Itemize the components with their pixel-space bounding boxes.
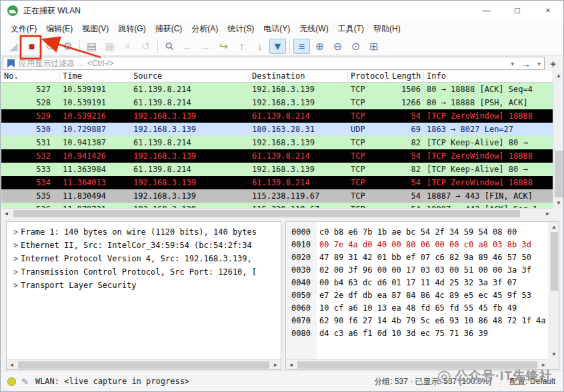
- expand-arrow-icon[interactable]: >: [11, 225, 21, 239]
- hex-line[interactable]: 0000c0 b8 e6 7b 1b ae bc 54 2f 34 59 54 …: [291, 226, 549, 239]
- hex-line[interactable]: 004000 b4 63 dc d6 01 17 11 4d 25 32 3a …: [291, 277, 549, 289]
- zoom-out-button[interactable]: ⊖: [329, 39, 346, 54]
- hex-line[interactable]: 003002 00 3f 96 00 00 17 03 03 00 51 00 …: [291, 264, 549, 277]
- hex-line[interactable]: 0080d4 c3 a6 f1 0d 10 3d ec 75 71 36 39: [291, 327, 549, 340]
- packet-list-vscroll-thumb[interactable]: [555, 151, 563, 197]
- menu-item-edit[interactable]: 编辑(E): [41, 21, 77, 37]
- go-last-packet-button[interactable]: ↓: [251, 39, 268, 54]
- scroll-right-icon[interactable]: ►: [271, 362, 281, 368]
- column-header-length[interactable]: Length: [389, 71, 424, 82]
- stop-capture-button[interactable]: ■: [23, 39, 40, 54]
- scroll-left-icon[interactable]: ◄: [7, 362, 17, 368]
- scroll-right-icon[interactable]: ►: [543, 211, 553, 217]
- hex-line[interactable]: 007062 90 f6 27 14 4b 79 5c e6 93 10 86 …: [291, 315, 549, 327]
- hex-pane-vscroll[interactable]: ▲ ▼: [549, 222, 559, 359]
- filter-bookmark-icon[interactable]: [7, 59, 15, 68]
- detail-pane-hscroll-thumb[interactable]: [18, 361, 269, 369]
- capture-options-button[interactable]: ⚙: [59, 39, 76, 54]
- column-header-no[interactable]: No.: [1, 71, 60, 82]
- display-filter-field[interactable]: ▾ → ▾: [3, 57, 545, 70]
- menu-item-wireless[interactable]: 无线(W): [295, 21, 333, 37]
- scroll-down-icon[interactable]: ▼: [549, 349, 559, 359]
- expand-arrow-icon[interactable]: >: [11, 265, 21, 279]
- detail-line[interactable]: >Transmission Control Protocol, Src Port…: [11, 265, 281, 279]
- hex-line[interactable]: 002047 89 31 42 01 bb ef 07 c6 82 9a 89 …: [291, 251, 549, 264]
- auto-scroll-button[interactable]: ▼: [269, 39, 286, 54]
- column-header-protocol[interactable]: Protocol: [348, 71, 389, 82]
- column-header-source[interactable]: Source: [131, 71, 249, 82]
- packet-row[interactable]: 53210.941426192.168.3.13961.139.8.214TCP…: [1, 149, 553, 163]
- detail-line[interactable]: >Internet Protocol Version 4, Src: 192.1…: [11, 252, 281, 265]
- colorize-packets-button[interactable]: ≡: [293, 39, 310, 54]
- close-button[interactable]: ×: [533, 1, 563, 21]
- column-header-info[interactable]: Info: [424, 71, 553, 82]
- add-filter-button-button[interactable]: +: [545, 58, 561, 69]
- apply-filter-caret-icon[interactable]: ▾: [534, 60, 544, 67]
- hex-pane-hscroll-thumb[interactable]: [297, 361, 537, 369]
- filter-expression-caret-icon[interactable]: ▾: [507, 60, 517, 67]
- detail-line[interactable]: >Transport Layer Security: [11, 279, 281, 292]
- detail-pane-hscroll[interactable]: ◄ ►: [7, 359, 281, 369]
- capture-comment-icon[interactable]: ✎: [21, 377, 29, 387]
- column-header-destination[interactable]: Destination: [249, 71, 348, 82]
- hex-pane-hscroll[interactable]: ◄ ►: [286, 359, 549, 369]
- close-capture-file-button[interactable]: ×: [119, 39, 136, 54]
- expand-arrow-icon[interactable]: >: [11, 279, 21, 292]
- scroll-right-icon[interactable]: ►: [539, 362, 549, 368]
- expand-arrow-icon[interactable]: >: [11, 252, 21, 265]
- menu-item-telephony[interactable]: 电话(Y): [259, 21, 295, 37]
- reload-capture-file-button[interactable]: ↺: [137, 39, 154, 54]
- packet-row[interactable]: 53411.364013192.168.3.13961.139.8.214TCP…: [1, 176, 553, 189]
- apply-filter-button[interactable]: →: [517, 58, 534, 69]
- profile-text[interactable]: 配置: Default: [501, 376, 555, 387]
- packet-row[interactable]: 52910.539216192.168.3.13961.139.8.214TCP…: [1, 109, 553, 123]
- column-header-time[interactable]: Time: [60, 71, 131, 82]
- go-to-packet-button[interactable]: ↪: [215, 39, 232, 54]
- start-capture-button[interactable]: ◢: [5, 39, 22, 54]
- packet-row[interactable]: 53611.878731192.168.3.139115.238.119.67T…: [1, 203, 553, 208]
- maximize-button[interactable]: □: [502, 1, 533, 21]
- detail-line[interactable]: >Frame 1: 140 bytes on wire (1120 bits),…: [11, 225, 281, 239]
- menu-item-statistics[interactable]: 统计(S): [223, 21, 259, 37]
- minimize-button[interactable]: —: [471, 1, 502, 21]
- scroll-up-icon[interactable]: ▲: [549, 222, 559, 232]
- scroll-up-icon[interactable]: ▲: [553, 71, 564, 81]
- expand-arrow-icon[interactable]: >: [11, 239, 21, 252]
- menu-item-analyze[interactable]: 分析(A): [187, 21, 223, 37]
- menu-item-file[interactable]: 文件(F): [6, 21, 41, 37]
- expert-info-icon[interactable]: [7, 377, 16, 386]
- scroll-down-icon[interactable]: ▼: [553, 198, 564, 208]
- packet-row[interactable]: 53311.36398461.139.8.214192.168.3.139TCP…: [1, 163, 553, 176]
- zoom-reset-button[interactable]: ⊙: [347, 39, 364, 54]
- menu-item-tools[interactable]: 工具(T): [333, 21, 369, 37]
- packet-list-hscroll[interactable]: ◄ ►: [1, 208, 553, 219]
- scroll-left-icon[interactable]: ◄: [286, 362, 296, 368]
- go-forward-button[interactable]: →: [197, 39, 214, 54]
- scroll-left-icon[interactable]: ◄: [1, 211, 11, 217]
- resize-columns-button[interactable]: ⊞: [365, 39, 382, 54]
- display-filter-input[interactable]: [19, 59, 507, 68]
- menu-item-capture[interactable]: 捕获(C): [151, 21, 187, 37]
- packet-list-hscroll-thumb[interactable]: [13, 210, 520, 217]
- packet-row[interactable]: 53010.729887192.168.3.139180.163.28.31UD…: [1, 123, 553, 136]
- packet-row[interactable]: 53511.830494192.168.3.139115.238.119.67T…: [1, 189, 553, 203]
- open-capture-file-button[interactable]: ▤: [83, 39, 100, 54]
- go-first-packet-button[interactable]: ↑: [233, 39, 250, 54]
- menu-item-go[interactable]: 跳转(G): [113, 21, 150, 37]
- packet-list-vscroll[interactable]: ▲ ▼: [553, 71, 564, 208]
- packet-row[interactable]: 52810.53919161.139.8.214192.168.3.139TCP…: [1, 96, 553, 109]
- hex-line[interactable]: 0050e7 2e df db ea 87 84 86 4c 89 e5 ec …: [291, 289, 549, 302]
- zoom-in-button[interactable]: ⊕: [311, 39, 328, 54]
- hex-pane-vscroll-thumb[interactable]: [551, 232, 558, 291]
- restart-capture-button[interactable]: ↻: [41, 39, 58, 54]
- detail-line[interactable]: >Ethernet II, Src: IntelCor_34:59:54 (bc…: [11, 239, 281, 252]
- go-back-button[interactable]: ←: [179, 39, 196, 54]
- menu-item-view[interactable]: 视图(V): [77, 21, 113, 37]
- packet-row[interactable]: 53110.94138761.139.8.214192.168.3.139TCP…: [1, 136, 553, 149]
- hex-line[interactable]: 001000 7e 4a d0 40 00 80 06 00 00 c0 a8 …: [291, 239, 549, 251]
- save-capture-file-button[interactable]: ▦: [101, 39, 118, 54]
- hex-line[interactable]: 006010 cf a6 10 13 ea 48 fd 65 fd 55 45 …: [291, 302, 549, 315]
- find-packet-button[interactable]: ⚲: [159, 35, 181, 58]
- menu-item-help[interactable]: 帮助(H): [369, 21, 405, 37]
- packet-row[interactable]: 52710.53919161.139.8.214192.168.3.139TCP…: [1, 83, 553, 96]
